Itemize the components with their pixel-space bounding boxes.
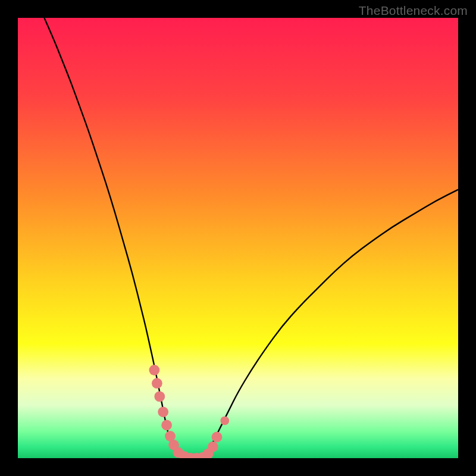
data-markers: [149, 365, 230, 458]
left-cluster-4: [158, 406, 168, 417]
right-outlier: [220, 416, 229, 425]
left-cluster-5: [161, 420, 172, 431]
watermark-text: TheBottleneck.com: [359, 4, 468, 18]
right-cluster-1: [208, 441, 218, 452]
plot-area: [18, 18, 458, 458]
chart-frame: TheBottleneck.com: [0, 0, 476, 476]
right-cluster-2: [212, 432, 223, 443]
curve-layer: [18, 18, 458, 458]
left-cluster-2: [152, 378, 162, 389]
bottleneck-curve: [44, 18, 458, 458]
left-cluster-3: [154, 392, 165, 402]
left-cluster-1: [149, 365, 160, 375]
